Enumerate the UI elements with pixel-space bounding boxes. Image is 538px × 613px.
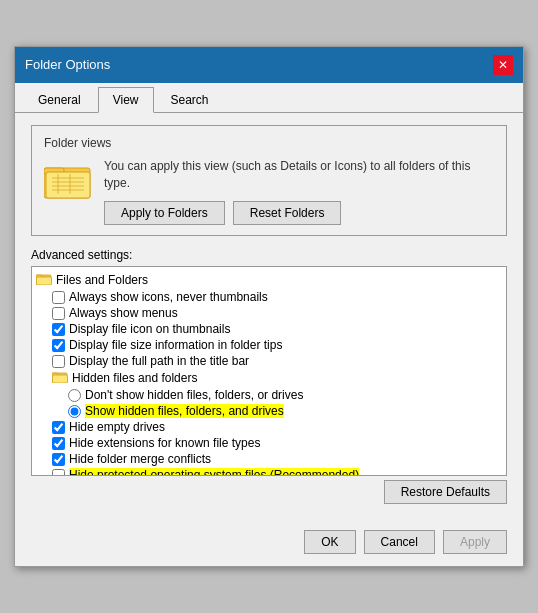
- tab-search[interactable]: Search: [156, 87, 224, 112]
- advanced-settings-tree[interactable]: Files and FoldersAlways show icons, neve…: [31, 266, 507, 476]
- title-bar: Folder Options ✕: [15, 47, 523, 83]
- tree-item-label: Always show icons, never thumbnails: [69, 290, 268, 304]
- tree-checkbox[interactable]: [52, 323, 65, 336]
- tree-item[interactable]: Display the full path in the title bar: [32, 353, 506, 369]
- cancel-button[interactable]: Cancel: [364, 530, 435, 554]
- tree-folder-label: Files and Folders: [56, 273, 148, 287]
- tree-item[interactable]: Display file icon on thumbnails: [32, 321, 506, 337]
- tree-item[interactable]: Hide extensions for known file types: [32, 435, 506, 451]
- folder-options-dialog: Folder Options ✕ General View Search Fol…: [14, 46, 524, 568]
- tree-item[interactable]: Always show icons, never thumbnails: [32, 289, 506, 305]
- restore-defaults-button[interactable]: Restore Defaults: [384, 480, 507, 504]
- tree-checkbox[interactable]: [52, 291, 65, 304]
- tree-item: Hidden files and folders: [32, 369, 506, 387]
- tree-checkbox[interactable]: [52, 307, 65, 320]
- tree-item[interactable]: Hide folder merge conflicts: [32, 451, 506, 467]
- tree-item[interactable]: Show hidden files, folders, and drives: [32, 403, 506, 419]
- folder-views-label: Folder views: [44, 136, 494, 150]
- tab-general[interactable]: General: [23, 87, 96, 112]
- tree-item[interactable]: Don't show hidden files, folders, or dri…: [32, 387, 506, 403]
- ok-button[interactable]: OK: [304, 530, 355, 554]
- tab-bar: General View Search: [15, 83, 523, 113]
- tree-item-label: Always show menus: [69, 306, 178, 320]
- reset-folders-button[interactable]: Reset Folders: [233, 201, 342, 225]
- restore-defaults-row: Restore Defaults: [31, 476, 507, 510]
- tree-radio[interactable]: [68, 389, 81, 402]
- folder-small-icon: [52, 370, 68, 386]
- folder-small-icon: [36, 272, 52, 288]
- folder-views-inner: You can apply this view (such as Details…: [44, 158, 494, 226]
- apply-button[interactable]: Apply: [443, 530, 507, 554]
- apply-to-folders-button[interactable]: Apply to Folders: [104, 201, 225, 225]
- svg-rect-2: [46, 172, 90, 198]
- tree-item-label: Display the full path in the title bar: [69, 354, 249, 368]
- tree-item-label: Hide empty drives: [69, 420, 165, 434]
- tree-checkbox[interactable]: [52, 421, 65, 434]
- tree-radio[interactable]: [68, 405, 81, 418]
- tree-checkbox[interactable]: [52, 339, 65, 352]
- folder-views-description: You can apply this view (such as Details…: [104, 158, 494, 192]
- tab-view[interactable]: View: [98, 87, 154, 113]
- tree-item: Files and Folders: [32, 271, 506, 289]
- tree-item[interactable]: Always show menus: [32, 305, 506, 321]
- tree-checkbox[interactable]: [52, 355, 65, 368]
- tree-item-label: Hide protected operating system files (R…: [69, 468, 359, 476]
- tree-item-label: Hide extensions for known file types: [69, 436, 260, 450]
- tree-item[interactable]: Hide protected operating system files (R…: [32, 467, 506, 476]
- svg-rect-14: [53, 375, 68, 383]
- svg-rect-11: [37, 277, 52, 285]
- tree-folder-label: Hidden files and folders: [72, 371, 197, 385]
- tree-item[interactable]: Display file size information in folder …: [32, 337, 506, 353]
- tree-checkbox[interactable]: [52, 453, 65, 466]
- bottom-right-buttons: OK Cancel Apply: [304, 530, 507, 554]
- folder-icon: [44, 160, 92, 200]
- tab-view-content: Folder views: [15, 113, 523, 523]
- folder-views-buttons: Apply to Folders Reset Folders: [104, 201, 494, 225]
- tree-checkbox[interactable]: [52, 437, 65, 450]
- tree-checkbox[interactable]: [52, 469, 65, 477]
- dialog-title: Folder Options: [25, 57, 110, 72]
- folder-views-section: Folder views: [31, 125, 507, 237]
- tree-item-label: Show hidden files, folders, and drives: [85, 404, 284, 418]
- tree-item-label: Don't show hidden files, folders, or dri…: [85, 388, 303, 402]
- bottom-buttons: OK Cancel Apply: [15, 522, 523, 566]
- tree-item[interactable]: Hide empty drives: [32, 419, 506, 435]
- advanced-settings-label: Advanced settings:: [31, 248, 507, 262]
- tree-item-label: Display file size information in folder …: [69, 338, 282, 352]
- tree-item-label: Display file icon on thumbnails: [69, 322, 230, 336]
- tree-item-label: Hide folder merge conflicts: [69, 452, 211, 466]
- folder-views-right: You can apply this view (such as Details…: [104, 158, 494, 226]
- close-button[interactable]: ✕: [493, 55, 513, 75]
